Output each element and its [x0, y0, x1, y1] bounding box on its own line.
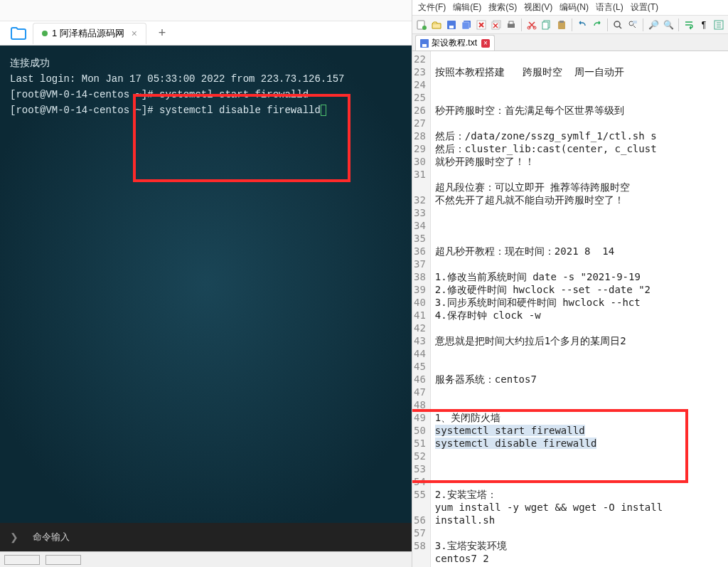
- file-tab-label: 架设教程.txt: [432, 37, 477, 49]
- new-file-icon[interactable]: [415, 18, 428, 31]
- print-icon[interactable]: [505, 18, 518, 31]
- terminal-line: 连接成功: [10, 55, 402, 71]
- open-file-icon[interactable]: [430, 18, 443, 31]
- editor-panel: 文件(F) 编辑(E) 搜索(S) 视图(V) 编码(N) 语言(L) 设置(T…: [412, 0, 728, 567]
- menu-edit[interactable]: 编辑(E): [450, 1, 484, 14]
- menu-view[interactable]: 视图(V): [521, 1, 555, 14]
- invisible-chars-icon[interactable]: ¶: [697, 18, 710, 31]
- svg-rect-19: [633, 21, 637, 23]
- svg-rect-22: [422, 44, 427, 47]
- terminal-line: [root@VM-0-14-centos ~]# systemctl disab…: [10, 102, 402, 118]
- status-box: [46, 555, 81, 565]
- terminal-tab-bar: 1 阿泽精品源码网 × +: [0, 21, 412, 46]
- svg-rect-14: [542, 22, 548, 29]
- save-icon[interactable]: [445, 18, 458, 31]
- save-all-icon[interactable]: [460, 18, 473, 31]
- terminal-tab-label: 1 阿泽精品源码网: [52, 27, 124, 40]
- terminal-tab[interactable]: 1 阿泽精品源码网 ×: [33, 23, 146, 44]
- menu-file[interactable]: 文件(F): [415, 1, 449, 14]
- editor-area[interactable]: 22 23 24 25 26 27 28 29 30 31 32 33 34 3…: [412, 51, 728, 567]
- status-box: [4, 555, 40, 565]
- menu-settings[interactable]: 设置(T): [628, 1, 661, 14]
- svg-rect-3: [449, 26, 454, 28]
- close-file-icon[interactable]: [475, 18, 488, 31]
- editor-toolbar: 🔎 🔍 ¶: [412, 16, 728, 34]
- terminal-line: Last login: Mon Jan 17 05:33:00 2022 fro…: [10, 71, 402, 87]
- svg-rect-10: [509, 21, 513, 24]
- status-dot-icon: [42, 31, 48, 36]
- terminal-statusbar: [0, 551, 412, 567]
- terminal-line: [root@VM-0-14-centos ~]# systemctl start…: [10, 87, 402, 102]
- cursor-icon: [321, 105, 326, 116]
- svg-point-1: [422, 26, 427, 30]
- menu-language[interactable]: 语言(L): [593, 1, 626, 14]
- find-icon[interactable]: [611, 18, 624, 31]
- add-tab-button[interactable]: +: [154, 25, 171, 42]
- command-input-bar[interactable]: ❯ 命令输入: [0, 523, 412, 551]
- save-icon: [420, 39, 429, 48]
- copy-icon[interactable]: [540, 18, 553, 31]
- terminal-body[interactable]: 连接成功 Last login: Mon Jan 17 05:33:00 202…: [0, 46, 412, 523]
- indent-guide-icon[interactable]: [712, 18, 725, 31]
- cut-icon[interactable]: [525, 18, 538, 31]
- file-tab-bar: 架设教程.txt ×: [412, 34, 728, 51]
- line-gutter: 22 23 24 25 26 27 28 29 30 31 32 33 34 3…: [412, 51, 431, 567]
- svg-rect-5: [462, 22, 469, 29]
- paste-icon[interactable]: [555, 18, 568, 31]
- terminal-panel: 1 阿泽精品源码网 × + 连接成功 Last login: Mon Jan 1…: [0, 0, 412, 567]
- close-icon[interactable]: ×: [132, 28, 137, 39]
- close-all-icon[interactable]: [490, 18, 503, 31]
- chevron-right-icon: ❯: [10, 531, 18, 543]
- menu-encoding[interactable]: 编码(N): [557, 1, 592, 14]
- zoom-out-icon[interactable]: 🔍: [662, 18, 675, 31]
- editor-menubar[interactable]: 文件(F) 编辑(E) 搜索(S) 视图(V) 编码(N) 语言(L) 设置(T…: [412, 0, 728, 16]
- menu-search[interactable]: 搜索(S): [486, 1, 520, 14]
- redo-icon[interactable]: [591, 18, 604, 31]
- replace-icon[interactable]: [626, 18, 639, 31]
- file-tab[interactable]: 架设教程.txt ×: [415, 35, 495, 51]
- undo-icon[interactable]: [576, 18, 589, 31]
- wrap-icon[interactable]: [682, 18, 695, 31]
- svg-rect-16: [560, 21, 564, 23]
- tab-close-icon[interactable]: ×: [481, 39, 490, 48]
- command-placeholder: 命令输入: [33, 531, 70, 544]
- svg-point-17: [614, 21, 620, 27]
- folder-icon[interactable]: [10, 25, 27, 42]
- zoom-in-icon[interactable]: 🔎: [647, 18, 660, 31]
- terminal-topbar: [0, 0, 412, 21]
- editor-content[interactable]: 按照本教程搭建 跨服时空 周一自动开 秒开跨服时空：首先满足每个区世界等级到 然…: [431, 51, 728, 567]
